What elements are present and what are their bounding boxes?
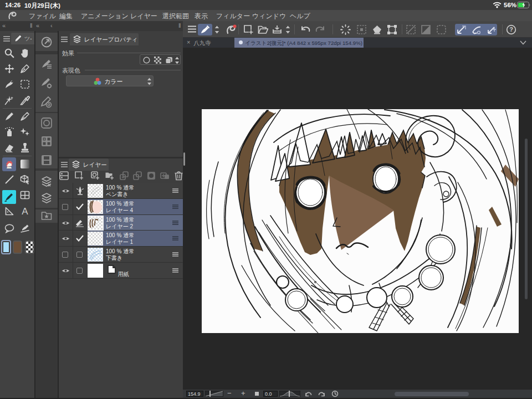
svg-text:A: A [22, 206, 28, 216]
svg-text:?: ? [509, 26, 513, 33]
